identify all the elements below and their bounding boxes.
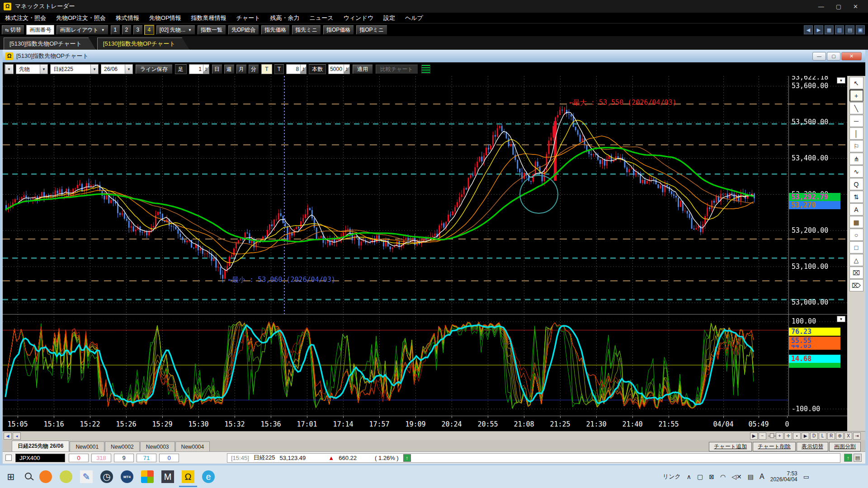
menu-item[interactable]: ウィンドウ (338, 14, 378, 22)
dock-left-icon[interactable]: ◀ (804, 25, 813, 34)
menu-item[interactable]: ヘルプ (400, 14, 428, 22)
eraser-all-tool-icon[interactable]: ⌦ (849, 279, 863, 291)
cycle-arrows-tool-icon[interactable]: ⇅ (849, 191, 863, 203)
chart-tab[interactable]: New0003 (140, 441, 175, 451)
clock-app-icon[interactable]: ◷ (100, 470, 113, 483)
screen-preset-button[interactable]: 1 (110, 25, 120, 35)
toolbar-button[interactable]: 指先ミニ (292, 25, 321, 35)
grid-tool-icon[interactable]: ▦ (849, 216, 863, 228)
screen-preset-button[interactable]: 2 (122, 25, 132, 35)
window-minimize-button[interactable]: — (812, 52, 826, 61)
nav-button[interactable]: X (844, 432, 852, 440)
tray-link-label[interactable]: リンク (663, 473, 681, 481)
trendline-tool-icon[interactable]: ╲ (849, 102, 863, 114)
category-select[interactable]: 先物▼ (16, 64, 48, 74)
window-close-button[interactable]: ✕ (841, 52, 862, 61)
window-maximize-button[interactable]: ▢ (827, 52, 840, 61)
symbol-select[interactable]: 日経225▼ (50, 64, 99, 74)
nav-button[interactable]: ✛ (784, 432, 792, 440)
chart-action-button[interactable]: チャート追加 (709, 442, 752, 451)
ellipse-tool-icon[interactable]: ○ (849, 229, 863, 241)
scroll-left-button[interactable]: ◀ (4, 432, 12, 440)
preset-dropdown[interactable]: [02] 先物...▼ (156, 25, 195, 35)
period-button[interactable]: 月 (236, 64, 247, 74)
tray-signal-icon[interactable]: ◠ (720, 473, 726, 480)
cursor-tool-icon[interactable]: ↖ (849, 77, 863, 89)
apply-button[interactable]: 適用 (352, 64, 373, 74)
dock-right-icon[interactable]: ▶ (814, 25, 823, 34)
tray-mute-icon[interactable]: ◁✕ (731, 473, 742, 480)
app-maximize-button[interactable]: ▢ (836, 3, 841, 10)
menu-item[interactable]: チャート (231, 14, 265, 22)
toolbar-button[interactable]: 先OP総合 (228, 25, 259, 35)
period-button[interactable]: 週 (224, 64, 235, 74)
chart-tab[interactable]: New0002 (105, 441, 140, 451)
menu-item[interactable]: ニュース (305, 14, 339, 22)
triangle-tool-icon[interactable]: △ (849, 254, 863, 266)
nav-button[interactable]: ⇥ (853, 432, 861, 440)
sub-axis-dropdown-icon[interactable]: ▼ (837, 316, 845, 322)
horizontal-line-tool-icon[interactable]: ─ (849, 115, 863, 127)
screen-preset-button[interactable]: 4 (144, 25, 154, 35)
nav-button[interactable]: L (819, 432, 826, 440)
status-checkbox[interactable] (5, 455, 12, 461)
save-lines-button[interactable]: ライン保存 (135, 64, 173, 74)
chart-tab[interactable]: 日経225先物 26/06 (12, 441, 69, 451)
layout-columns-icon[interactable]: ▥ (835, 25, 844, 34)
count-stepper[interactable]: 5000▲▼ (328, 64, 350, 74)
quote-tool-icon[interactable]: Q (849, 178, 863, 190)
taskbar-clock[interactable]: 7:53 2026/04/04 (770, 471, 797, 483)
mt4-app-icon[interactable]: MT4 (121, 470, 133, 483)
compare-chart-button[interactable]: 比較チャート (375, 64, 418, 74)
m-app-icon[interactable]: M (161, 470, 174, 483)
chart-action-button[interactable]: 画面分割 (829, 442, 861, 451)
zoom-slider[interactable] (767, 432, 775, 440)
contract-select[interactable]: 26/06▼ (101, 64, 133, 74)
period-button[interactable]: 分 (248, 64, 259, 74)
period-button[interactable]: 日 (212, 64, 222, 74)
start-button[interactable]: ⊞ (5, 470, 17, 483)
layout-rows-icon[interactable]: ▤ (845, 25, 854, 34)
status-up-icon[interactable]: ↑ (844, 454, 852, 462)
regression-tool-icon[interactable]: ∿ (849, 165, 863, 178)
workspace-tab[interactable]: [5130]指数先物OPチャート (4, 38, 96, 50)
nav-button[interactable]: ▶ (802, 432, 809, 440)
scroll-left-button[interactable]: ◂ (13, 432, 21, 440)
bar-interval-stepper[interactable]: 1▲▼ (189, 64, 209, 74)
tick-interval-stepper[interactable]: 8▲▼ (286, 64, 307, 74)
menu-item[interactable]: 株式情報 (111, 14, 144, 22)
nav-button[interactable]: + (776, 432, 783, 440)
tray-display-icon[interactable]: ▢ (697, 473, 703, 480)
layout-grid-icon[interactable]: ▦ (825, 25, 834, 34)
nav-button[interactable]: ⊕ (836, 432, 844, 440)
chart-tab[interactable]: New0001 (70, 441, 104, 451)
menu-item[interactable]: 残高・余力 (265, 14, 305, 22)
menu-item[interactable]: 株式注文・照会 (0, 14, 51, 22)
fan-lines-tool-icon[interactable]: ⋔ (849, 153, 863, 165)
app-green-icon[interactable] (60, 470, 72, 483)
menu-item[interactable]: 先物OP情報 (144, 14, 186, 22)
toolbar-button[interactable]: 指OP価格 (323, 25, 354, 35)
mini-chart-icon[interactable] (421, 65, 430, 74)
crosshair-tool-icon[interactable]: + (849, 89, 863, 102)
screen-number-button[interactable]: 画面番号 (26, 25, 54, 35)
chart-tab[interactable]: New0004 (175, 441, 210, 451)
tray-unplug-icon[interactable]: ⊠ (709, 473, 714, 480)
tray-chevron-icon[interactable]: ∧ (687, 473, 691, 480)
nav-button[interactable]: ▶ (750, 432, 758, 440)
search-icon[interactable] (25, 473, 32, 479)
nav-button[interactable]: R (827, 432, 835, 440)
zoom-slider-thumb[interactable] (770, 433, 774, 438)
mini-dropdown[interactable]: ▼ (5, 64, 14, 74)
info-panel-icon[interactable]: ▣ (856, 25, 865, 34)
main-axis-dropdown-icon[interactable]: ▼ (837, 77, 845, 84)
menu-item[interactable]: 設定 (378, 14, 400, 22)
pen-app-icon[interactable]: ✎ (80, 470, 93, 483)
chart-action-button[interactable]: チャート削除 (753, 442, 796, 451)
eraser-tool-icon[interactable]: ⌧ (849, 267, 863, 279)
toolbar-button[interactable]: 指数一覧 (197, 25, 226, 35)
status-panel-icon[interactable]: ▤ (854, 454, 862, 462)
alert-tool-icon[interactable]: ⚐ (849, 140, 863, 152)
vertical-line-tool-icon[interactable]: │ (849, 127, 863, 140)
ime-indicator[interactable]: A (760, 473, 764, 481)
